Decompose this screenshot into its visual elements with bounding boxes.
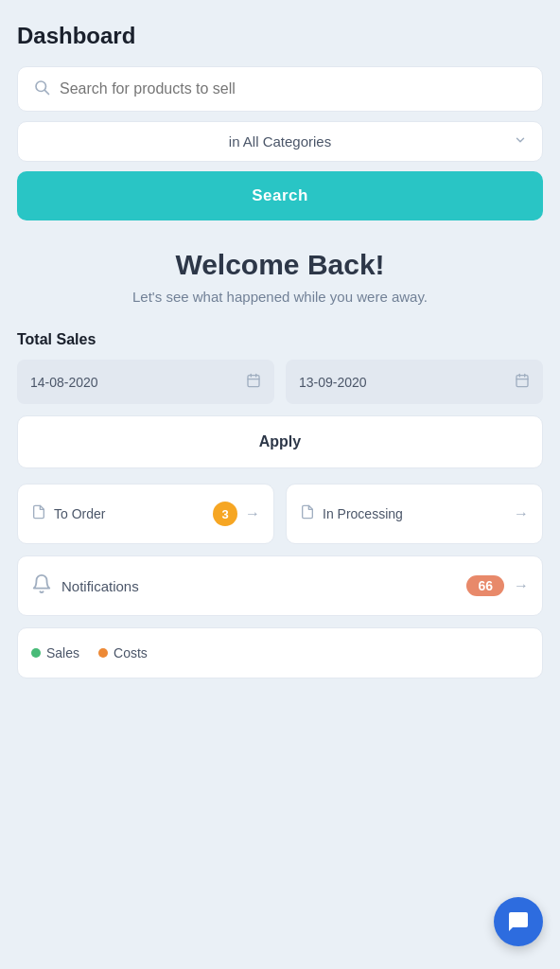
search-icon [33, 79, 50, 99]
welcome-section: Welcome Back! Let's see what happened wh… [17, 249, 543, 305]
date-to-input[interactable]: 13-09-2020 [286, 360, 543, 404]
sales-legend-label: Sales [46, 645, 79, 661]
date-from-input[interactable]: 14-08-2020 [17, 360, 274, 404]
in-processing-label: In Processing [323, 506, 506, 521]
to-order-arrow-icon: → [245, 505, 260, 522]
in-processing-arrow-icon: → [514, 505, 529, 522]
category-select-wrapper: in All Categories Electronics Clothing B… [17, 121, 543, 162]
costs-legend-label: Costs [114, 645, 148, 661]
search-input[interactable] [60, 80, 527, 97]
costs-legend: Costs [98, 645, 148, 661]
bell-icon [31, 573, 52, 598]
date-to-value: 13-09-2020 [299, 375, 367, 390]
to-order-card[interactable]: To Order 3 → [17, 484, 274, 544]
calendar-to-icon [515, 373, 530, 391]
search-bar [17, 66, 543, 112]
date-range-row: 14-08-2020 13-09-2020 [17, 360, 543, 404]
in-processing-card[interactable]: In Processing → [286, 484, 543, 544]
svg-line-1 [44, 90, 48, 94]
to-order-label: To Order [54, 506, 205, 521]
costs-dot [98, 648, 108, 658]
notifications-badge: 66 [466, 575, 504, 596]
notifications-arrow-icon: → [514, 577, 529, 594]
welcome-subtitle: Let's see what happened while you were a… [17, 289, 543, 305]
search-button[interactable]: Search [17, 171, 543, 220]
chat-button[interactable] [494, 897, 543, 946]
svg-rect-2 [248, 376, 259, 387]
date-from-value: 14-08-2020 [30, 375, 98, 390]
document-processing-icon [300, 504, 315, 523]
order-cards-row: To Order 3 → In Processing → [17, 484, 543, 544]
apply-btn-wrapper: Apply [17, 415, 543, 468]
svg-rect-6 [516, 376, 528, 387]
page-title: Dashboard [17, 23, 543, 49]
document-icon [31, 504, 46, 523]
category-select[interactable]: in All Categories Electronics Clothing B… [33, 133, 527, 150]
notifications-card[interactable]: Notifications 66 → [17, 555, 543, 616]
calendar-from-icon [246, 373, 261, 391]
apply-button[interactable]: Apply [18, 416, 542, 467]
to-order-badge: 3 [213, 502, 237, 526]
notifications-label: Notifications [61, 578, 457, 594]
sales-costs-card: Sales Costs [17, 627, 543, 678]
sales-legend: Sales [31, 645, 79, 661]
total-sales-label: Total Sales [17, 331, 543, 348]
sales-dot [31, 648, 41, 658]
welcome-title: Welcome Back! [17, 249, 543, 281]
